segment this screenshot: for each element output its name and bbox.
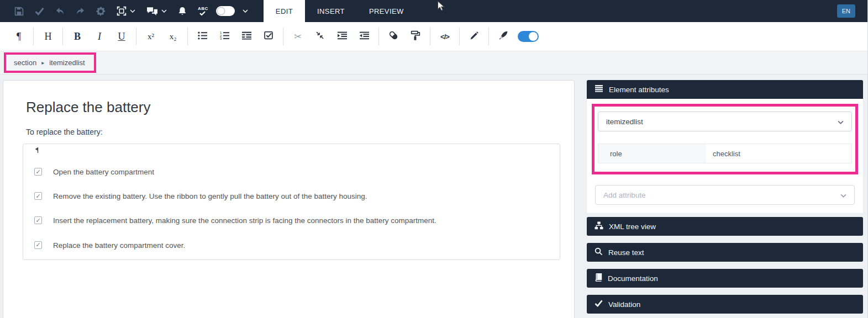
definition-list-button[interactable] — [235, 25, 257, 47]
add-attribute-placeholder: Add attribute — [603, 191, 646, 199]
toolbar-divider — [33, 28, 34, 45]
underline-button[interactable]: U — [111, 25, 133, 47]
merge-icon — [315, 31, 324, 42]
list-item[interactable]: ✓ Open the battery compartment — [34, 167, 560, 177]
search-icon — [595, 247, 603, 257]
breadcrumb-item-section[interactable]: section — [14, 59, 36, 67]
attribute-value-field[interactable]: checklist — [706, 144, 851, 163]
list-item[interactable]: ✓ Replace the battery compartment cover. — [34, 241, 560, 251]
text-caret-marker — [34, 145, 560, 153]
chevron-down-icon — [243, 9, 248, 13]
scissors-icon: ✂ — [294, 31, 302, 42]
editor-tabs: EDIT INSERT PREVIEW — [264, 0, 416, 22]
xml-tree-view-header[interactable]: XML tree view — [587, 217, 863, 236]
breadcrumb-item-itemizedlist[interactable]: itemizedlist — [49, 59, 85, 67]
sitemap-icon — [595, 221, 603, 231]
tab-edit[interactable]: EDIT — [264, 0, 305, 22]
attribute-row: role checklist — [598, 144, 852, 163]
paragraph-button[interactable]: ¶ — [8, 25, 30, 47]
documentation-header[interactable]: Documentation — [587, 269, 863, 288]
superscript-button[interactable]: x² — [140, 25, 162, 47]
numbered-list-icon: 123 — [220, 31, 229, 42]
outdent-icon — [360, 31, 369, 42]
format-painter-button[interactable] — [404, 25, 427, 47]
toolbar-divider — [136, 28, 136, 45]
checkbox-checked-icon: ✓ — [34, 168, 42, 176]
chevron-down-icon — [838, 118, 844, 126]
itemizedlist-element[interactable]: ✓ Open the battery compartment ✓ Remove … — [23, 144, 560, 260]
list-item[interactable]: ✓ Remove the existing battery. Use the r… — [34, 192, 560, 202]
formatting-toolbar: ¶ H B I U x² x₂ 123 ✂ </> — [0, 22, 867, 51]
list-item[interactable]: ✓ Insert the replacement battery, making… — [34, 216, 560, 226]
subscript-button[interactable]: x₂ — [162, 25, 184, 47]
app-window: ABC EDIT INSERT PREVIEW EN ¶ H B I U x² … — [0, 0, 868, 318]
bold-button[interactable]: B — [66, 25, 88, 47]
underline-icon: U — [118, 31, 125, 43]
list-item-text[interactable]: Insert the replacement battery, making s… — [53, 216, 436, 226]
edit-mode-button[interactable] — [463, 25, 485, 47]
add-attribute-select[interactable]: Add attribute — [595, 185, 855, 205]
indent-icon — [338, 31, 347, 42]
bullet-list-icon — [198, 31, 207, 42]
toggle-knob — [217, 7, 225, 15]
toolbar-divider — [430, 28, 430, 45]
source-code-button[interactable]: </> — [434, 25, 456, 47]
italic-button[interactable]: I — [88, 25, 111, 47]
bullet-list-button[interactable] — [191, 25, 213, 47]
heading-button[interactable]: H — [37, 25, 59, 47]
list-item-text[interactable]: Open the battery compartment — [53, 167, 154, 177]
panel-title: XML tree view — [609, 222, 656, 231]
element-attributes-header[interactable]: Element attributes — [587, 80, 863, 99]
spellcheck-button[interactable]: ABC — [192, 0, 214, 22]
merge-elements-button[interactable] — [309, 25, 331, 47]
checkbox-checked-icon: ✓ — [34, 241, 42, 249]
document-intro[interactable]: To replace the battery: — [26, 128, 562, 136]
track-changes-button[interactable] — [492, 25, 514, 47]
list-item-text[interactable]: Remove the existing battery. Use the rib… — [53, 192, 367, 202]
quill-icon — [498, 30, 508, 43]
element-select[interactable]: itemizedlist — [598, 112, 852, 131]
spellcheck-icon: ABC — [198, 7, 208, 15]
redo-button[interactable] — [70, 0, 91, 22]
validation-header[interactable]: Validation — [587, 295, 863, 314]
cut-button[interactable]: ✂ — [287, 25, 309, 47]
undo-button[interactable] — [50, 0, 70, 22]
numbered-list-button[interactable]: 123 — [213, 25, 235, 47]
language-button[interactable]: EN — [837, 4, 855, 18]
tab-insert[interactable]: INSERT — [305, 0, 357, 22]
right-sidebar: Element attributes itemizedlist role che… — [587, 80, 863, 314]
list-item-text[interactable]: Replace the battery compartment cover. — [53, 241, 185, 251]
accept-icon — [35, 7, 44, 15]
accept-changes-button[interactable] — [29, 0, 50, 22]
indent-button[interactable] — [331, 25, 353, 47]
panel-title: Documentation — [608, 274, 658, 283]
breadcrumb-separator-icon: ▸ — [41, 60, 44, 66]
inline-element-button[interactable] — [382, 25, 404, 47]
tab-preview[interactable]: PREVIEW — [357, 0, 416, 22]
bell-icon — [178, 7, 187, 16]
book-icon — [595, 273, 602, 283]
pencil-icon — [470, 31, 479, 43]
checklist-button[interactable] — [257, 25, 280, 47]
toolbar-divider — [283, 28, 283, 45]
notifications-button[interactable] — [172, 0, 192, 22]
collapsed-panels: XML tree view Reuse text Documentation V… — [587, 217, 863, 314]
undo-icon — [55, 7, 65, 15]
fullscreen-button[interactable] — [111, 0, 141, 22]
toolbar-divider — [187, 28, 188, 45]
checklist-icon — [264, 31, 273, 42]
editor-canvas[interactable]: Replace the battery To replace the batte… — [3, 80, 575, 318]
save-button[interactable] — [9, 0, 29, 22]
toolbar-divider — [488, 28, 489, 45]
fullscreen-icon — [117, 6, 127, 16]
panel-title: Element attributes — [609, 86, 669, 94]
spellcheck-toggle[interactable] — [216, 6, 235, 16]
settings-button[interactable] — [91, 0, 111, 22]
outdent-button[interactable] — [353, 25, 375, 47]
spellcheck-options-button[interactable] — [237, 0, 254, 22]
save-icon — [14, 7, 24, 16]
track-changes-toggle[interactable] — [518, 31, 539, 42]
reuse-text-header[interactable]: Reuse text — [587, 243, 863, 262]
comments-button[interactable] — [141, 0, 172, 22]
document-title[interactable]: Replace the battery — [26, 99, 562, 116]
